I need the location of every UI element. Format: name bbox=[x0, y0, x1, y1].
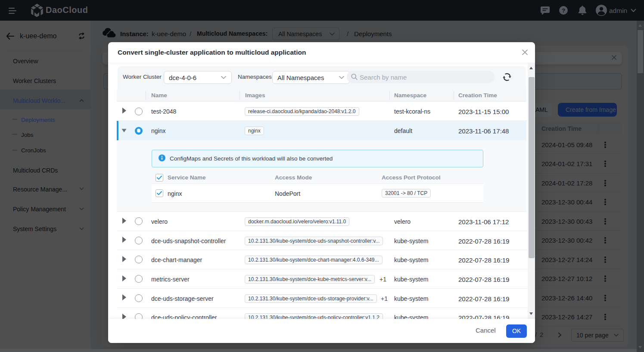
svg-text:?: ? bbox=[562, 7, 565, 14]
